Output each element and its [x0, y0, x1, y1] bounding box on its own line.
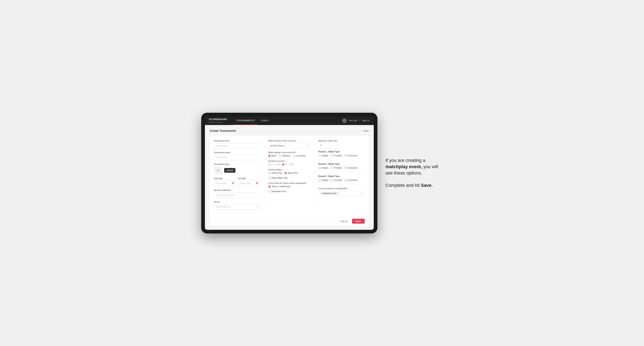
form-container: Tournament Host Tournament name Tourname…: [210, 136, 369, 216]
annotation-matchplay: If you are creating a matchplay event, y…: [386, 157, 443, 176]
annotation-save: Complete and hit Save.: [386, 182, 443, 189]
round1-fourball[interactable]: Fourball: [331, 155, 342, 157]
page-header: Create Tournament ← Back: [210, 129, 369, 132]
app-logo: SCOREBOARD Powered by clippit: [209, 118, 227, 123]
round3-match-type-group: Round 3 - Match Type Singles Fourball: [318, 175, 364, 184]
col-right: Maximum Team Size Round 1 - Match Type S…: [314, 140, 364, 212]
col-left: Tournament Host Tournament name Tourname…: [214, 140, 264, 212]
tournament-host-group: Tournament Host: [214, 140, 260, 149]
form-footer: Cancel Save: [210, 216, 369, 226]
image-icon: 🖼: [216, 169, 220, 172]
calendar-icon-2: 📅: [256, 182, 258, 184]
nav-bar: SCOREBOARD Powered by clippit TOURNAMENT…: [205, 116, 374, 125]
calendar-icon: 📅: [232, 182, 234, 184]
start-date-group: Start date 📅: [214, 177, 236, 186]
upload-button[interactable]: Upload: [224, 168, 236, 173]
rounds-radio-group: 1 2 3: [268, 163, 310, 166]
end-date-wrapper: 📅: [238, 181, 260, 186]
api-group: Use third-party live scoring API? Leader…: [318, 187, 364, 196]
gender-combined[interactable]: Combined: [293, 155, 306, 157]
round1-foursomes[interactable]: Foursomes: [344, 155, 358, 157]
api-select-wrapper[interactable]: Leaderboard King × ▾: [318, 191, 364, 196]
round1-singles[interactable]: Singles: [318, 155, 328, 157]
round2-fourball[interactable]: Fourball: [331, 167, 342, 169]
round-2[interactable]: 2: [275, 163, 280, 166]
user-name: Test User: [349, 120, 357, 122]
round2-radio-group: Singles Fourball Foursomes: [318, 167, 364, 169]
api-remove-icon[interactable]: ×: [337, 192, 338, 194]
nav-tournaments[interactable]: TOURNAMENTS: [234, 116, 258, 125]
nav-links: TOURNAMENTS TEAMS: [234, 116, 272, 125]
scoring-label: Scoring system: [268, 169, 310, 171]
save-button[interactable]: Save: [352, 219, 365, 224]
sponsor-input[interactable]: [214, 192, 260, 198]
avatar: [342, 119, 347, 123]
teams-radio-group: Teams (+Individuals) Individuals Only: [268, 185, 310, 193]
api-dropdown-icon: ▾: [362, 192, 363, 194]
teams-group: Is this event for Teams and/or Individua…: [268, 182, 310, 193]
back-link[interactable]: ← Back: [361, 130, 369, 132]
round2-match-type-group: Round 2 - Match Type Singles Fourball: [318, 163, 364, 172]
max-team-size-label: Maximum Team Size: [318, 140, 364, 142]
gender-label: Which gender is the event for?: [268, 152, 310, 154]
round3-label: Round 3 - Match Type: [318, 175, 364, 177]
rounds-label: Number of rounds: [268, 160, 310, 162]
division-label: Which division is the event for?: [268, 140, 310, 142]
venue-label: Venue: [214, 201, 260, 203]
round-1[interactable]: 1: [268, 163, 273, 166]
tournament-host-input[interactable]: [214, 143, 260, 149]
round3-foursomes[interactable]: Foursomes: [344, 179, 358, 181]
scoring-stroke[interactable]: Stroke Play: [268, 172, 282, 174]
api-label: Use third-party live scoring API?: [318, 187, 364, 190]
teams-plus-individuals[interactable]: Teams (+Individuals): [268, 185, 290, 188]
venue-select-wrapper: [214, 204, 260, 209]
gender-radio-group: Mens Womens Combined: [268, 155, 310, 157]
division-select[interactable]: NCAA Division I: [268, 143, 310, 149]
nav-teams[interactable]: TEAMS: [258, 116, 272, 125]
round3-singles[interactable]: Singles: [318, 179, 328, 181]
scoring-match[interactable]: Match Play: [284, 172, 298, 174]
tournament-logo-label: Tournament logo: [214, 163, 260, 165]
scoring-group: Scoring system Stroke Play Match Play: [268, 169, 310, 179]
logo-preview: 🖼: [214, 166, 222, 174]
round-4[interactable]: 4: [289, 163, 294, 166]
gender-mens[interactable]: Mens: [268, 155, 276, 157]
individuals-only[interactable]: Individuals Only: [268, 190, 286, 193]
tournament-name-input[interactable]: [214, 155, 260, 160]
sponsor-label: Sponsor (optional): [214, 189, 260, 191]
venue-group: Venue: [214, 201, 260, 209]
scoring-radio-group: Stroke Play Match Play Medal Match Play: [268, 172, 310, 179]
max-team-size-input[interactable]: [318, 143, 331, 148]
tablet-screen: SCOREBOARD Powered by clippit TOURNAMENT…: [205, 116, 374, 230]
tournament-name-label: Tournament name: [214, 152, 260, 154]
venue-input[interactable]: [214, 204, 260, 209]
col-mid: Which division is the event for? NCAA Di…: [264, 140, 314, 212]
tournament-name-group: Tournament name: [214, 152, 260, 160]
division-group: Which division is the event for? NCAA Di…: [268, 140, 310, 149]
round1-match-type-group: Round 1 - Match Type Singles Fourball: [318, 151, 364, 160]
end-date-group: End date 📅: [238, 177, 260, 186]
gender-group: Which gender is the event for? Mens Wome…: [268, 152, 310, 157]
cancel-button[interactable]: Cancel: [338, 219, 350, 224]
round-3[interactable]: 3: [282, 163, 286, 166]
tournament-logo-group: Tournament logo 🖼 Upload: [214, 163, 260, 174]
api-tag: Leaderboard King ×: [320, 192, 339, 195]
tournament-host-label: Tournament Host: [214, 140, 260, 142]
nav-separator: |: [360, 120, 360, 122]
page-title: Create Tournament: [210, 129, 236, 132]
sign-out-link[interactable]: Sign out: [362, 120, 370, 122]
round2-label: Round 2 - Match Type: [318, 163, 364, 165]
max-team-size-group: Maximum Team Size: [318, 140, 364, 148]
start-date-wrapper: 📅: [214, 181, 236, 186]
round2-singles[interactable]: Singles: [318, 167, 328, 169]
tablet-frame: SCOREBOARD Powered by clippit TOURNAMENT…: [201, 113, 378, 233]
gender-womens[interactable]: Womens: [279, 155, 290, 157]
logo-upload-area: 🖼 Upload: [214, 166, 260, 174]
scoring-medal[interactable]: Medal Match Play: [268, 177, 288, 179]
round2-foursomes[interactable]: Foursomes: [344, 167, 358, 169]
round3-fourball[interactable]: Fourball: [331, 179, 342, 181]
start-date-label: Start date: [214, 177, 236, 180]
page-wrapper: SCOREBOARD Powered by clippit TOURNAMENT…: [179, 113, 466, 233]
nav-right: Test User | Sign out: [342, 119, 370, 123]
round3-radio-group: Singles Fourball Foursomes: [318, 179, 364, 181]
